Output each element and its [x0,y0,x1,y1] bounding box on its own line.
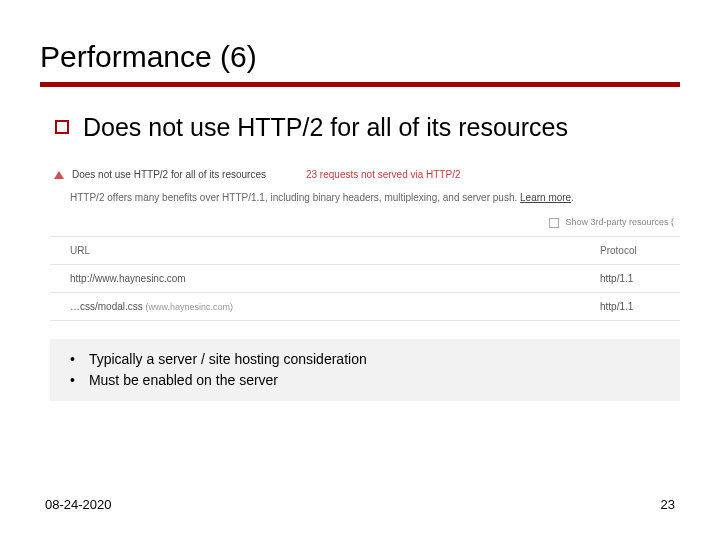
main-bullet: Does not use HTTP/2 for all of its resou… [55,112,680,143]
slide-footer: 08-24-2020 23 [45,497,675,512]
footer-date: 08-24-2020 [45,497,112,512]
table-row: http://www.haynesinc.com http/1.1 [50,264,680,292]
audit-description-text: HTTP/2 offers many benefits over HTTP/1.… [70,192,520,203]
slide-title: Performance (6) [40,40,680,87]
audit-count: 23 requests not served via HTTP/2 [306,169,461,180]
main-bullet-text: Does not use HTTP/2 for all of its resou… [83,112,568,143]
row-protocol: http/1.1 [580,292,680,320]
row-domain: (www.haynesinc.com) [146,302,234,312]
checkbox-icon [55,120,69,134]
audit-panel: Does not use HTTP/2 for all of its resou… [50,163,680,321]
bullet-dot-icon: • [70,370,75,391]
sub-bullet-text: Typically a server / site hosting consid… [89,349,367,370]
third-party-label: Show 3rd-party resources ( [565,217,674,227]
warning-icon [54,171,64,179]
col-url: URL [50,237,580,265]
sub-bullet-text: Must be enabled on the server [89,370,278,391]
row-protocol: http/1.1 [580,264,680,292]
table-row: …css/modal.css (www.haynesinc.com) http/… [50,292,680,320]
third-party-toggle[interactable]: Show 3rd-party resources ( [50,213,680,237]
audit-header: Does not use HTTP/2 for all of its resou… [50,163,680,186]
sub-bullets-block: • Typically a server / site hosting cons… [50,339,680,401]
row-url: http://www.haynesinc.com [70,273,186,284]
audit-header-title: Does not use HTTP/2 for all of its resou… [72,169,266,180]
audit-table: URL Protocol http://www.haynesinc.com ht… [50,237,680,321]
bullet-dot-icon: • [70,349,75,370]
learn-more-link[interactable]: Learn more [520,192,571,203]
row-url: …css/modal.css [70,301,143,312]
checkbox-icon[interactable] [549,218,559,228]
footer-page: 23 [661,497,675,512]
sub-bullet: • Must be enabled on the server [65,370,665,391]
audit-description: HTTP/2 offers many benefits over HTTP/1.… [50,186,680,213]
col-protocol: Protocol [580,237,680,265]
sub-bullet: • Typically a server / site hosting cons… [65,349,665,370]
